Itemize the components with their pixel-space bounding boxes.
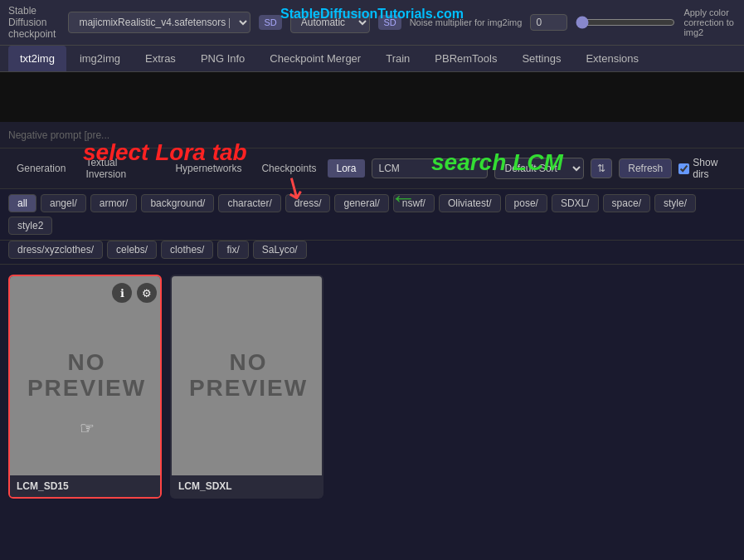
lora-tab-row: Generation Textual Inversion Hypernetwor…: [8, 153, 365, 183]
tab-extras[interactable]: Extras: [134, 46, 187, 71]
filter-tag-fix[interactable]: fix/: [217, 241, 248, 259]
cursor-icon: ☞: [80, 418, 95, 438]
apply-color-label: Apply color correction to img2: [683, 7, 736, 37]
filter-tag-style[interactable]: style/: [654, 194, 696, 212]
nav-tabs: txt2img img2img Extras PNG Info Checkpoi…: [0, 46, 744, 72]
filter-tag-armor[interactable]: armor/: [90, 194, 138, 212]
tab-extensions[interactable]: Extensions: [574, 46, 650, 71]
watermark: StableDiffusionTutorials.com: [280, 7, 464, 22]
filter-tag-background[interactable]: background/: [141, 194, 214, 212]
show-dirs-label[interactable]: Show dirs: [678, 157, 736, 180]
tab-settings[interactable]: Settings: [510, 46, 572, 71]
noise-slider[interactable]: [576, 16, 675, 29]
no-preview-text-1: NOPREVIEW: [27, 350, 146, 402]
filter-tags-row2: dress/xyzclothes/ celebs/ clothes/ fix/ …: [0, 241, 744, 265]
vae-icon: SD: [259, 15, 281, 30]
noise-input[interactable]: [530, 14, 567, 31]
sort-select[interactable]: Default Sort Name Date: [494, 158, 585, 179]
tab-train[interactable]: Train: [374, 46, 421, 71]
filter-tag-celebs[interactable]: celebs/: [107, 241, 157, 259]
sort-direction-button[interactable]: ⇅: [591, 158, 612, 178]
tab-checkpoints[interactable]: Checkpoints: [253, 159, 324, 178]
tab-hypernetworks[interactable]: Hypernetworks: [167, 159, 250, 178]
card-preview-lcm-sdxl: NOPREVIEW: [172, 276, 323, 475]
filter-tag-pose[interactable]: pose/: [505, 194, 547, 212]
tab-img2img[interactable]: img2img: [68, 46, 132, 71]
filter-tags: all angel/ armor/ background/ character/…: [0, 189, 744, 241]
card-info-button-1[interactable]: ℹ: [112, 283, 132, 303]
filter-tag-space[interactable]: space/: [603, 194, 650, 212]
black-banner: [0, 72, 744, 122]
checkpoint-select[interactable]: majicmixRealistic_v4.safetensors [d819c8…: [68, 12, 250, 33]
card-preview-lcm-sd15: NOPREVIEW ℹ ⚙ ☞: [10, 276, 162, 475]
refresh-button[interactable]: Refresh: [619, 158, 672, 178]
show-dirs-text: Show dirs: [693, 157, 736, 180]
filter-tag-dress-xyz[interactable]: dress/xyzclothes/: [8, 241, 103, 259]
tab-textual-inversion[interactable]: Textual Inversion: [77, 153, 163, 183]
filter-tag-style2[interactable]: style2: [8, 217, 52, 235]
model-card-lcm-sd15[interactable]: NOPREVIEW ℹ ⚙ ☞ LCM_SD15: [8, 275, 162, 499]
card-icons-1: ℹ ⚙: [112, 283, 157, 303]
filter-tag-all[interactable]: all: [8, 194, 36, 212]
filter-tag-oliviatest[interactable]: Oliviatest/: [439, 194, 501, 212]
search-input[interactable]: [372, 158, 488, 178]
card-label-lcm-sd15: LCM_SD15: [10, 475, 160, 497]
window-title: Stable Diffusion checkpoint: [8, 5, 60, 40]
card-grid: NOPREVIEW ℹ ⚙ ☞ LCM_SD15 NOPREVIEW LCM_S…: [0, 265, 744, 509]
no-preview-text-2: NOPREVIEW: [189, 350, 308, 402]
prompt-area[interactable]: Negative prompt [pre...: [0, 122, 744, 149]
show-dirs-checkbox[interactable]: [678, 163, 689, 174]
model-card-lcm-sdxl[interactable]: NOPREVIEW LCM_SDXL: [170, 275, 323, 499]
filter-tag-character[interactable]: character/: [218, 194, 280, 212]
tab-pbremtools[interactable]: PBRemTools: [423, 46, 508, 71]
filter-tag-salyco[interactable]: SaLyco/: [253, 241, 307, 259]
top-bar: Stable Diffusion checkpoint StableDiffus…: [0, 0, 744, 46]
card-label-lcm-sdxl: LCM_SDXL: [172, 475, 322, 497]
tab-checkpoint-merger[interactable]: Checkpoint Merger: [258, 46, 372, 71]
tab-txt2img[interactable]: txt2img: [8, 46, 66, 71]
tab-lora[interactable]: Lora: [328, 159, 364, 178]
filter-tag-dress[interactable]: dress/: [285, 194, 331, 212]
filter-tag-angel[interactable]: angel/: [41, 194, 86, 212]
filter-tag-general[interactable]: general/: [334, 194, 388, 212]
tab-png-info[interactable]: PNG Info: [189, 46, 256, 71]
filter-tag-nswf[interactable]: nswf/: [393, 194, 435, 212]
card-settings-button-1[interactable]: ⚙: [137, 283, 157, 303]
filter-tag-clothes[interactable]: clothes/: [161, 241, 213, 259]
prompt-placeholder: Negative prompt [pre...: [8, 129, 109, 141]
tab-generation[interactable]: Generation: [8, 159, 74, 178]
lora-controls: Generation Textual Inversion Hypernetwor…: [0, 149, 744, 189]
filter-tag-sdxl[interactable]: SDXL/: [552, 194, 599, 212]
